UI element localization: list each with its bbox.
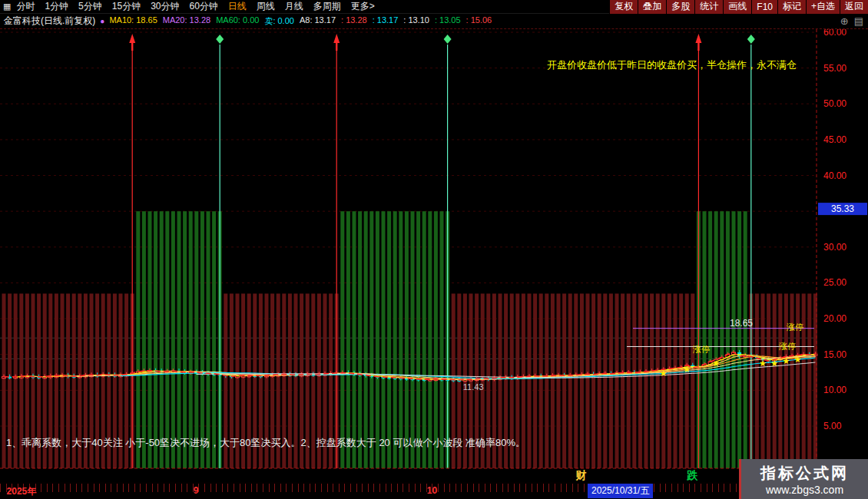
price-tick-label: 55.00: [823, 63, 846, 74]
bottom-marker-label: 跌: [686, 469, 698, 481]
action-button-F10[interactable]: F10: [751, 0, 777, 14]
action-button-统计[interactable]: 统计: [694, 0, 723, 14]
star-icon: ★: [660, 368, 668, 378]
action-button-多股[interactable]: 多股: [666, 0, 694, 14]
indicator-values: MA10: 18.65MA20: 13.28MA60: 0.00卖: 0.00A…: [109, 15, 492, 27]
site-watermark: 指标公式网 www.zbgs3.com: [739, 459, 868, 499]
period-tab-30分钟[interactable]: 30分钟: [151, 0, 179, 13]
chart-titlebar: 金富科技(日线.前复权) ● MA10: 18.65MA20: 13.28MA6…: [0, 14, 868, 29]
indicator-value: MA60: 0.00: [216, 15, 259, 27]
time-axis-ticks: [0, 484, 817, 492]
star-icon: ★: [712, 359, 720, 368]
indicator-value: MA10: 18.65: [109, 15, 157, 27]
period-tab-周线[interactable]: 周线: [257, 0, 275, 13]
x-axis-label: 2025年: [7, 485, 37, 498]
indicator-value: MA20: 13.28: [163, 15, 210, 27]
titlebar-icons: ⊕ ▤: [840, 15, 863, 27]
period-tab-分时[interactable]: 分时: [16, 0, 35, 13]
star-icon: ★: [794, 355, 802, 364]
price-tick-label: 40.00: [823, 170, 846, 181]
period-tab-15分钟[interactable]: 15分钟: [112, 0, 141, 13]
indicator-value: 卖: 0.00: [264, 15, 294, 27]
period-tab-1分钟[interactable]: 1分钟: [45, 0, 68, 13]
x-axis-label: 10: [427, 485, 437, 496]
strategy-annotation: 开盘价收盘价低于昨日的收盘价买，半仓操作，永不满仓: [547, 58, 797, 72]
x-axis-label: 9: [194, 485, 199, 496]
bottom-marker-label: 财: [575, 469, 587, 481]
top-menubar: ▦ 分时1分钟5分钟15分钟30分钟60分钟日线周线月线多周期更多> 复权叠加多…: [0, 0, 868, 14]
stock-title: 金富科技(日线.前复权): [4, 15, 95, 28]
indicator-value: : 15.06: [466, 15, 492, 27]
indicator-value: : 13.17: [373, 15, 399, 27]
star-icon: ★: [782, 356, 790, 365]
price-tick-label: 30.00: [823, 242, 846, 253]
period-tab-60分钟[interactable]: 60分钟: [190, 0, 218, 13]
price-tick-label: 5.00: [823, 421, 842, 431]
low-price-label: 11.43: [463, 382, 484, 392]
price-tick-label: 45.00: [823, 134, 846, 145]
action-button-+自选[interactable]: +自选: [806, 0, 840, 14]
price-tick-label: 25.00: [823, 277, 846, 288]
period-tab-5分钟[interactable]: 5分钟: [78, 0, 102, 13]
period-tab-更多>[interactable]: 更多>: [351, 0, 375, 13]
price-tick-label: 20.00: [823, 313, 846, 324]
price-tick-label: 15.00: [823, 349, 846, 360]
toolbar-actions: 复权叠加多股统计画线F10标记+自选返回: [609, 0, 868, 14]
limit-up-label: 涨停: [693, 345, 710, 354]
crosshair-icon[interactable]: ⊕: [840, 15, 849, 27]
price-chart[interactable]: 18.65★★★★★★★涨停涨停涨停11.43财跌60.0055.0050.00…: [0, 29, 868, 482]
window-icon[interactable]: ▦: [3, 2, 11, 12]
indicator-value: : 13.28: [341, 15, 367, 27]
period-tab-月线[interactable]: 月线: [285, 0, 303, 13]
svg-text:18.65: 18.65: [730, 318, 753, 329]
action-button-叠加[interactable]: 叠加: [638, 0, 666, 14]
signal-histogram: [2, 211, 817, 468]
indicator-value: : 13.10: [403, 15, 429, 27]
main-chart-area: 18.65★★★★★★★涨停涨停涨停11.43财跌60.0055.0050.00…: [0, 29, 868, 482]
sell-diamond-icon: [444, 35, 452, 44]
formula-note: 1、乖离系数，大于40关注 小于-50坚决不进场，大于80坚决买入。2、控盘系数…: [6, 436, 525, 450]
price-tick-label: 50.00: [823, 98, 846, 109]
sell-diamond-icon: [216, 35, 224, 44]
indicator-value: A8: 13.17: [300, 15, 336, 27]
action-button-复权[interactable]: 复权: [609, 0, 638, 14]
star-icon: ★: [759, 359, 767, 368]
price-tick-label: 10.00: [823, 385, 846, 395]
time-axis[interactable]: 2025年9102025/10/31/五: [0, 482, 868, 499]
menu-grid-icon[interactable]: ▤: [854, 15, 863, 27]
action-button-标记[interactable]: 标记: [777, 0, 806, 14]
sell-diamond-icon: [747, 35, 755, 44]
watermark-title: 指标公式网: [760, 463, 849, 484]
current-date-label: 2025/10/31/五: [588, 484, 653, 498]
action-button-画线[interactable]: 画线: [723, 0, 751, 14]
limit-up-label: 涨停: [787, 322, 803, 332]
action-button-返回[interactable]: 返回: [840, 0, 868, 14]
period-tabs: 分时1分钟5分钟15分钟30分钟60分钟日线周线月线多周期更多>: [16, 0, 374, 13]
period-tab-日线[interactable]: 日线: [228, 0, 247, 13]
indicator-value: : 13.05: [435, 15, 461, 27]
period-tab-多周期[interactable]: 多周期: [313, 0, 341, 13]
svg-text:35.33: 35.33: [831, 203, 854, 214]
price-tick-label: 60.00: [823, 29, 846, 38]
indicator-dot-icon: ●: [100, 17, 104, 25]
limit-up-label: 涨停: [779, 342, 796, 351]
star-icon: ★: [770, 359, 778, 368]
star-icon: ★: [683, 365, 691, 374]
watermark-url: www.zbgs3.com: [766, 484, 843, 496]
